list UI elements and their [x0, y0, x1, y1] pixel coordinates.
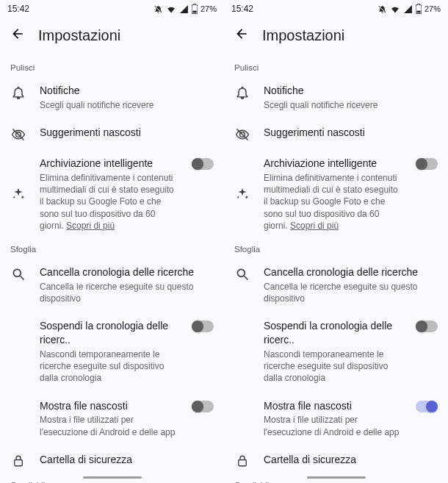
bell-off-icon [153, 4, 163, 14]
status-bar: 15:42 27% [0, 0, 224, 18]
row-show-hidden[interactable]: Mostra file nascosti Mostra i file utili… [0, 392, 224, 446]
signal-icon [179, 4, 189, 14]
svg-rect-7 [239, 459, 247, 465]
row-pause-search[interactable]: Sospendi la cronologia delle ricerc.. Na… [0, 312, 224, 391]
section-browse: Sfoglia [0, 239, 224, 258]
pause-search-desc: Nascondi temporaneamente le ricerche ese… [40, 348, 176, 384]
smart-storage-desc: Elimina definitivamente i contenuti mult… [40, 172, 176, 232]
svg-rect-3 [15, 459, 23, 465]
nav-bar[interactable] [224, 476, 448, 479]
notifications-desc: Scegli quali notifiche ricevere [40, 99, 214, 111]
screenshot-right: 15:42 27% Impostazioni Pulisci Notifiche… [224, 0, 448, 483]
hidden-suggestions-title: Suggerimenti nascosti [40, 126, 214, 140]
show-hidden-toggle[interactable] [192, 401, 214, 412]
search-icon [11, 267, 26, 282]
notifications-title: Notifiche [264, 84, 438, 98]
svg-line-2 [21, 276, 24, 279]
pause-search-desc: Nascondi temporaneamente le ricerche ese… [264, 348, 400, 384]
wifi-icon [390, 4, 400, 14]
back-button[interactable] [234, 26, 249, 44]
smart-storage-toggle[interactable] [192, 158, 214, 170]
section-clean: Pulisci [0, 57, 224, 76]
svg-point-1 [13, 269, 21, 276]
secure-folder-title: Cartella di sicurezza [264, 453, 438, 467]
learn-more-link[interactable]: Scopri di più [66, 221, 115, 231]
clear-search-title: Cancella cronologia delle ricerche [40, 265, 214, 279]
row-clear-search[interactable]: Cancella cronologia delle ricerche Cance… [0, 258, 224, 312]
signal-icon [403, 4, 413, 14]
status-time: 15:42 [7, 4, 29, 14]
pause-search-title: Sospendi la cronologia delle ricerc.. [40, 319, 176, 347]
section-browse: Sfoglia [224, 239, 448, 258]
show-hidden-title: Mostra file nascosti [264, 399, 400, 413]
notifications-title: Notifiche [40, 84, 214, 98]
row-smart-storage[interactable]: Archiviazione intelligente Elimina defin… [224, 149, 448, 239]
row-clear-search[interactable]: Cancella cronologia delle ricerche Cance… [224, 258, 448, 312]
clear-search-desc: Cancella le ricerche eseguite su questo … [264, 281, 438, 304]
page-title: Impostazioni [262, 27, 344, 44]
section-clean: Pulisci [224, 57, 448, 76]
show-hidden-title: Mostra file nascosti [40, 399, 176, 413]
row-notifications[interactable]: Notifiche Scegli quali notifiche ricever… [224, 76, 448, 118]
nav-handle-icon [83, 476, 142, 479]
bell-icon [235, 85, 250, 100]
clear-search-desc: Cancella le ricerche eseguite su questo … [40, 281, 214, 304]
secure-folder-title: Cartella di sicurezza [40, 453, 214, 467]
smart-storage-desc: Elimina definitivamente i contenuti mult… [264, 172, 400, 232]
sparkle-icon [11, 187, 26, 201]
status-time: 15:42 [231, 4, 253, 14]
battery-percent: 27% [200, 4, 217, 13]
show-hidden-toggle[interactable] [416, 401, 438, 412]
hidden-suggestions-title: Suggerimenti nascosti [264, 126, 438, 140]
svg-point-5 [237, 269, 245, 276]
show-hidden-desc: Mostra i file utilizzati per l'esecuzion… [40, 414, 176, 437]
notifications-desc: Scegli quali notifiche ricevere [264, 99, 438, 111]
status-icons: 27% [377, 4, 441, 14]
status-icons: 27% [153, 4, 217, 14]
svg-rect-0 [192, 11, 196, 13]
row-pause-search[interactable]: Sospendi la cronologia delle ricerc.. Na… [224, 312, 448, 391]
nav-bar[interactable] [0, 476, 224, 479]
row-hidden-suggestions[interactable]: Suggerimenti nascosti [224, 118, 448, 149]
nav-handle-icon [307, 476, 366, 479]
app-bar: Impostazioni [0, 18, 224, 57]
lock-icon [12, 454, 25, 468]
status-bar: 15:42 27% [224, 0, 448, 18]
row-show-hidden[interactable]: Mostra file nascosti Mostra i file utili… [224, 392, 448, 446]
learn-more-link[interactable]: Scopri di più [290, 221, 339, 231]
search-icon [235, 267, 250, 282]
sparkle-icon [235, 187, 250, 201]
back-button[interactable] [10, 26, 25, 44]
clear-search-title: Cancella cronologia delle ricerche [264, 265, 438, 279]
battery-icon [416, 4, 422, 14]
arrow-back-icon [10, 26, 25, 41]
eye-off-icon [235, 127, 250, 142]
row-secure-folder[interactable]: Cartella di sicurezza [224, 446, 448, 475]
bell-off-icon [377, 4, 387, 14]
row-hidden-suggestions[interactable]: Suggerimenti nascosti [0, 118, 224, 149]
pause-search-title: Sospendi la cronologia delle ricerc.. [264, 319, 400, 347]
lock-icon [236, 454, 249, 468]
smart-storage-title: Archiviazione intelligente [264, 157, 400, 171]
smart-storage-title: Archiviazione intelligente [40, 157, 176, 171]
page-title: Impostazioni [38, 27, 120, 44]
eye-off-icon [11, 127, 26, 142]
smart-storage-toggle[interactable] [416, 158, 438, 170]
row-secure-folder[interactable]: Cartella di sicurezza [0, 446, 224, 475]
svg-line-6 [245, 276, 248, 279]
svg-rect-4 [416, 11, 420, 13]
screenshot-left: 15:42 27% Impostazioni Pulisci Notifiche… [0, 0, 224, 483]
arrow-back-icon [234, 26, 249, 41]
battery-percent: 27% [424, 4, 441, 13]
wifi-icon [166, 4, 176, 14]
app-bar: Impostazioni [224, 18, 448, 57]
pause-search-toggle[interactable] [416, 321, 438, 332]
bell-icon [11, 85, 26, 100]
pause-search-toggle[interactable] [192, 321, 214, 332]
show-hidden-desc: Mostra i file utilizzati per l'esecuzion… [264, 414, 400, 437]
row-notifications[interactable]: Notifiche Scegli quali notifiche ricever… [0, 76, 224, 118]
battery-icon [192, 4, 198, 14]
row-smart-storage[interactable]: Archiviazione intelligente Elimina defin… [0, 149, 224, 239]
